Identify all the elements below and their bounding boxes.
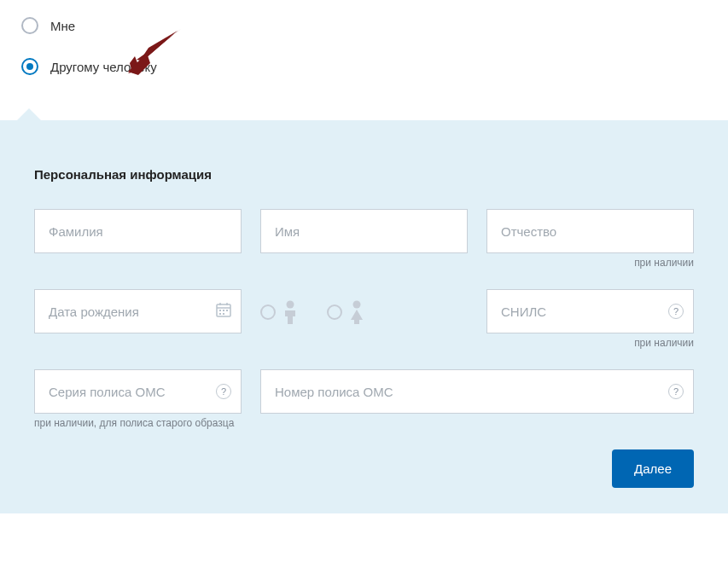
svg-point-11 [287,301,294,309]
recipient-radio-other[interactable]: Другому человеку [21,58,707,75]
help-icon[interactable]: ? [668,304,684,319]
svg-rect-10 [223,313,224,315]
svg-rect-8 [226,310,228,311]
patronymic-hint: при наличии [634,257,694,269]
snils-input[interactable] [486,289,694,333]
gender-radio-female[interactable] [327,299,366,325]
oms-series-hint: при наличии, для полиса старого образца [34,417,234,429]
male-icon [281,299,300,325]
radio-icon-selected [21,58,38,75]
recipient-radio-self[interactable]: Мне [21,17,707,34]
female-icon [347,299,366,325]
radio-icon [260,304,276,320]
svg-rect-7 [223,310,224,311]
next-button[interactable]: Далее [612,449,694,488]
svg-rect-6 [219,310,221,311]
radio-icon [21,17,38,34]
help-icon[interactable]: ? [216,384,231,399]
radio-label-self: Мне [50,19,75,33]
name-input[interactable] [260,209,468,253]
calendar-icon[interactable] [216,302,231,321]
radio-icon [327,304,342,320]
svg-rect-9 [219,313,221,315]
oms-number-input[interactable] [260,369,694,414]
personal-info-form: Персональная информация при наличии [0,120,728,513]
section-title: Персональная информация [34,167,694,182]
snils-hint: при наличии [634,337,694,349]
gender-radio-male[interactable] [260,299,300,325]
svg-point-12 [353,301,361,309]
annotation-arrow-icon [126,27,188,77]
help-icon[interactable]: ? [668,384,684,399]
birthdate-input[interactable] [34,289,242,333]
surname-input[interactable] [34,209,242,253]
oms-series-input[interactable] [34,369,242,414]
patronymic-input[interactable] [486,209,694,253]
